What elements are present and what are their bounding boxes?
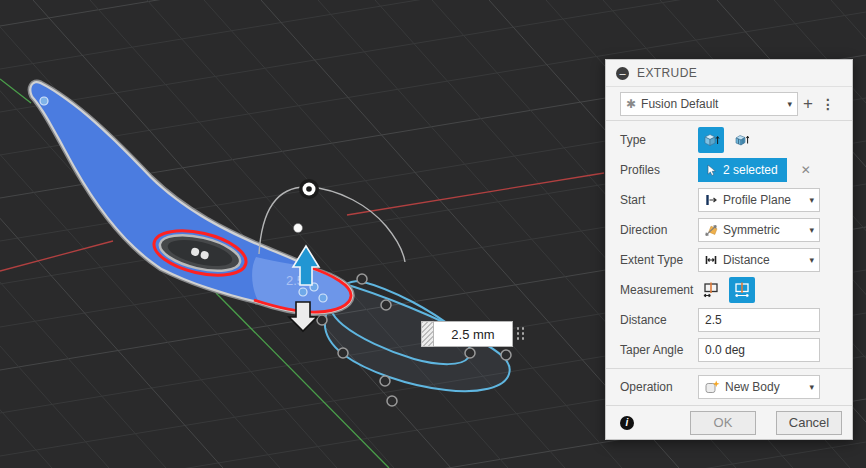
dimension-options-grip-icon[interactable] — [513, 321, 529, 347]
type-solid-extrude-button[interactable] — [698, 127, 724, 153]
whole-length-icon — [733, 281, 751, 299]
distance-input[interactable] — [698, 308, 820, 332]
collapse-icon[interactable]: – — [616, 67, 629, 80]
dialog-footer: i OK Cancel — [606, 406, 852, 439]
app-window: 2.50 – EXTRUDE ✱ Fusion Default — [0, 0, 866, 468]
chevron-down-icon: ▾ — [809, 195, 814, 205]
distance-extent-icon — [704, 253, 718, 267]
direction-dropdown[interactable]: Symmetric ▾ — [698, 218, 820, 242]
operation-row: Operation New Body ▾ — [606, 369, 852, 405]
extent-type-value: Distance — [723, 253, 770, 267]
preset-star-icon: ✱ — [626, 97, 636, 111]
measurement-half-button[interactable] — [698, 277, 724, 303]
cursor-icon — [707, 164, 717, 177]
start-row: Start Profile Plane ▾ — [606, 185, 852, 215]
clear-selection-icon[interactable]: ✕ — [801, 163, 811, 177]
chevron-down-icon: ▾ — [809, 382, 814, 392]
chevron-down-icon: ▾ — [788, 99, 793, 109]
preset-dropdown[interactable]: ✱ Fusion Default ▾ — [620, 92, 798, 116]
type-label: Type — [620, 133, 698, 147]
chevron-down-icon: ▾ — [809, 225, 814, 235]
dialog-header[interactable]: – EXTRUDE — [606, 60, 852, 87]
extent-type-dropdown[interactable]: Distance ▾ — [698, 248, 820, 272]
direction-value: Symmetric — [723, 223, 780, 237]
chevron-down-icon: ▾ — [809, 255, 814, 265]
profiles-selected-count: 2 selected — [723, 163, 778, 177]
measurement-row: Measurement — [606, 275, 852, 305]
dimension-drag-grip[interactable] — [421, 321, 433, 347]
new-body-icon — [704, 379, 720, 395]
extrude-dialog: – EXTRUDE ✱ Fusion Default ▾ + ⋮ Type — [605, 59, 853, 440]
profiles-label: Profiles — [620, 163, 698, 177]
tip-sketch-point[interactable] — [40, 97, 48, 105]
taper-angle-label: Taper Angle — [620, 343, 698, 357]
preset-value: Fusion Default — [641, 97, 718, 111]
measurement-label: Measurement — [620, 283, 698, 297]
direction-label: Direction — [620, 223, 698, 237]
rotate-handle-dot — [306, 186, 312, 192]
solid-extrude-icon — [702, 131, 720, 149]
operation-dropdown[interactable]: New Body ▾ — [698, 375, 820, 399]
taper-angle-row: Taper Angle — [606, 335, 852, 365]
profiles-selected-chip[interactable]: 2 selected — [698, 158, 787, 182]
preset-menu-button[interactable]: ⋮ — [818, 96, 838, 112]
start-value: Profile Plane — [723, 193, 791, 207]
thin-extrude-icon — [733, 131, 751, 149]
dimension-value-input[interactable] — [433, 321, 513, 347]
start-dropdown[interactable]: Profile Plane ▾ — [698, 188, 820, 212]
type-thin-extrude-button[interactable] — [729, 127, 755, 153]
add-preset-button[interactable]: + — [798, 95, 818, 112]
info-icon[interactable]: i — [620, 416, 634, 430]
preset-row: ✱ Fusion Default ▾ + ⋮ — [606, 87, 852, 120]
operation-label: Operation — [620, 380, 698, 394]
extent-type-label: Extent Type — [620, 253, 698, 267]
direction-row: Direction Symmetric ▾ — [606, 215, 852, 245]
measurement-whole-button[interactable] — [729, 277, 755, 303]
symmetric-direction-icon — [704, 223, 718, 237]
manipulator-origin-point[interactable] — [294, 224, 303, 233]
cancel-button[interactable]: Cancel — [776, 411, 842, 435]
dialog-title: EXTRUDE — [637, 66, 697, 80]
distance-label: Distance — [620, 313, 698, 327]
dimension-input-widget[interactable] — [421, 321, 529, 347]
profile-plane-icon — [704, 193, 718, 207]
half-length-icon — [702, 281, 720, 299]
operation-value: New Body — [725, 380, 780, 394]
type-row: Type — [606, 125, 852, 155]
extent-type-row: Extent Type Distance ▾ — [606, 245, 852, 275]
ok-button[interactable]: OK — [690, 411, 756, 435]
distance-row: Distance — [606, 305, 852, 335]
start-label: Start — [620, 193, 698, 207]
profiles-row: Profiles 2 selected ✕ — [606, 155, 852, 185]
taper-angle-input[interactable] — [698, 338, 820, 362]
